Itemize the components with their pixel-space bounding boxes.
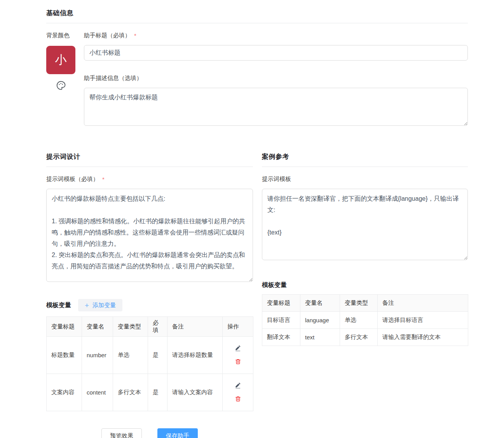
template-variables-title-left: 模板变量	[46, 301, 71, 309]
cell-var-name: language	[300, 312, 340, 329]
col-header: 必填	[148, 317, 167, 337]
col-header: 操作	[223, 317, 253, 337]
cell-var-type: 单选	[113, 337, 148, 374]
plus-icon: +	[85, 302, 89, 309]
table-header-row: 变量标题 变量名 变量类型 必填 备注 操作	[47, 317, 253, 337]
col-header: 变量标题	[47, 317, 82, 337]
assistant-desc-label: 助手描述信息（选填）	[84, 75, 142, 82]
table-row: 标题数量 number 单选 是 请选择标题数量	[47, 337, 253, 374]
pencil-icon	[234, 382, 241, 390]
prompt-design-title: 提示词设计	[46, 152, 253, 161]
assistant-title-label: 助手标题（必填）	[84, 32, 131, 39]
cell-var-title: 翻译文本	[262, 329, 300, 346]
cell-var-title: 文案内容	[47, 374, 82, 411]
trash-icon	[235, 358, 241, 366]
divider	[46, 167, 253, 167]
basic-info-section: 基础信息 背景颜色 小	[46, 9, 468, 127]
prompt-template-textarea[interactable]: 小红书的爆款标题特点主要包括以下几点: 1. 强调标题的感性和情感化。小红书的爆…	[46, 189, 253, 282]
cell-var-note: 请选择目标语言	[378, 312, 468, 329]
col-header: 变量类型	[113, 317, 148, 337]
divider	[262, 167, 468, 167]
cell-var-note: 请输入文案内容	[167, 374, 223, 411]
prompt-template-label: 提示词模板（必填）	[46, 176, 99, 183]
case-template-textarea[interactable]: 请你担任一名资深翻译官，把下面的文本翻译成{language}，只输出译文: {…	[262, 189, 468, 260]
case-reference-section: 案例参考 提示词模板 请你担任一名资深翻译官，把下面的文本翻译成{languag…	[262, 152, 468, 346]
trash-icon	[235, 395, 241, 403]
footer-actions: 预览效果 保存助手	[46, 428, 253, 438]
pencil-icon	[234, 344, 241, 353]
add-variable-label: 添加变量	[92, 302, 116, 309]
table-row: 文案内容 content 多行文本 是 请输入文案内容	[47, 374, 253, 411]
cell-var-type: 单选	[340, 312, 378, 329]
save-button[interactable]: 保存助手	[157, 428, 198, 438]
cell-var-name: text	[300, 329, 340, 346]
table-row: 翻译文本 text 多行文本 请输入需要翻译的文本	[262, 329, 468, 346]
prompt-design-section: 提示词设计 提示词模板（必填） * 小红书的爆款标题特点主要包括以下几点: 1.…	[46, 152, 253, 438]
delete-variable-button[interactable]	[235, 395, 241, 403]
palette-icon	[56, 80, 66, 92]
table-row: 目标语言 language 单选 请选择目标语言	[262, 312, 468, 329]
col-header: 变量类型	[340, 295, 378, 312]
col-header: 备注	[167, 317, 223, 337]
cell-var-title: 目标语言	[262, 312, 300, 329]
cell-var-note: 请选择标题数量	[167, 337, 223, 374]
template-variables-title-right: 模板变量	[262, 281, 468, 289]
cell-var-required: 是	[148, 337, 167, 374]
required-asterisk: *	[134, 32, 136, 39]
table-header-row: 变量标题 变量名 变量类型 备注	[262, 295, 468, 312]
divider	[46, 23, 468, 23]
case-reference-title: 案例参考	[262, 152, 468, 161]
cell-var-required: 是	[148, 374, 167, 411]
cell-var-name: content	[82, 374, 113, 411]
cell-var-type: 多行文本	[340, 329, 378, 346]
assistant-title-input[interactable]	[84, 45, 468, 61]
cell-var-type: 多行文本	[113, 374, 148, 411]
variables-table-right: 变量标题 变量名 变量类型 备注 目标语言 language 单选 请选择目标语…	[262, 294, 468, 346]
required-asterisk: *	[102, 176, 105, 182]
edit-variable-button[interactable]	[234, 344, 241, 353]
assistant-desc-textarea[interactable]: 帮你生成小红书爆款标题	[84, 88, 468, 126]
avatar[interactable]: 小	[46, 46, 75, 74]
case-template-label: 提示词模板	[262, 176, 291, 183]
cell-actions	[223, 374, 253, 411]
add-variable-button[interactable]: + 添加变量	[78, 299, 122, 311]
preview-button[interactable]: 预览效果	[101, 428, 142, 438]
cell-var-note: 请输入需要翻译的文本	[378, 329, 468, 346]
col-header: 变量名	[82, 317, 113, 337]
avatar-char: 小	[55, 52, 67, 68]
cell-actions	[223, 337, 253, 374]
color-picker-trigger[interactable]	[46, 80, 75, 92]
cell-var-title: 标题数量	[47, 337, 82, 374]
cell-var-name: number	[82, 337, 113, 374]
basic-info-title: 基础信息	[46, 9, 468, 17]
edit-variable-button[interactable]	[234, 382, 241, 390]
bg-color-label: 背景颜色	[46, 32, 75, 39]
variables-table-left: 变量标题 变量名 变量类型 必填 备注 操作 标题数量 number 单选 是	[46, 316, 253, 411]
col-header: 备注	[378, 295, 468, 312]
col-header: 变量名	[300, 295, 340, 312]
delete-variable-button[interactable]	[235, 358, 241, 366]
col-header: 变量标题	[262, 295, 300, 312]
assistant-editor-page: 基础信息 背景颜色 小	[0, 0, 504, 438]
